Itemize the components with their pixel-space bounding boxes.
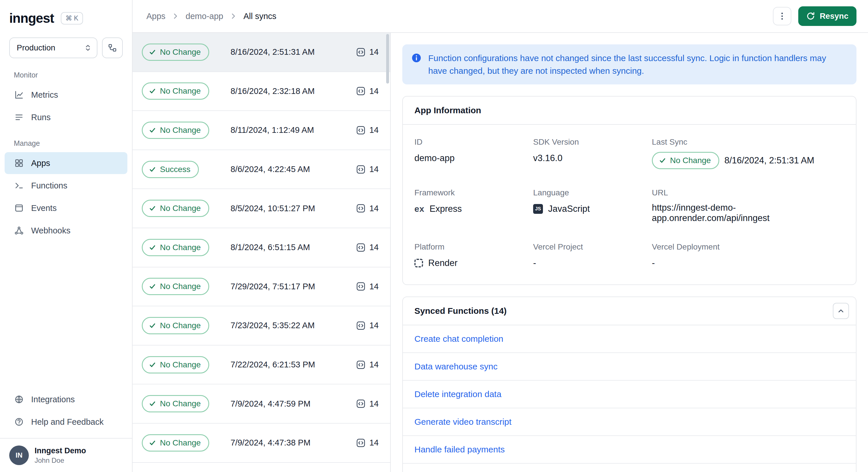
sync-status: No Change (142, 356, 230, 373)
resync-label: Resync (819, 11, 848, 21)
environments-icon (107, 43, 117, 53)
sync-list-item[interactable]: No Change8/11/2024, 1:12:49 AM14 (132, 111, 390, 150)
synced-functions-title: Synced Functions (14) (414, 306, 507, 316)
field-value: exExpress (414, 202, 533, 215)
field-label: Vercel Deployment (652, 242, 844, 252)
app-info-field-platform: PlatformRender (414, 242, 533, 270)
sidebar-item-functions[interactable]: Functions (5, 175, 127, 196)
sidebar-item-help-and-feedback[interactable]: Help and Feedback (5, 411, 127, 433)
code-icon (356, 126, 365, 135)
status-badge: No Change (142, 239, 209, 256)
function-link-generate-video-transcript[interactable]: Generate video transcript (403, 408, 856, 435)
check-icon (149, 439, 156, 446)
sync-status: Success (142, 161, 230, 178)
sidebar-item-events[interactable]: Events (5, 197, 127, 219)
sidebar-item-apps[interactable]: Apps (5, 152, 127, 174)
sync-list-item[interactable]: No Change7/23/2024, 5:35:22 AM14 (132, 306, 390, 346)
sync-list-item[interactable]: No Change8/1/2024, 6:51:15 AM14 (132, 228, 390, 268)
sync-count-value: 14 (369, 360, 379, 370)
status-badge-label: No Change (160, 126, 201, 135)
status-badge: No Change (142, 122, 209, 139)
status-badge-label: No Change (160, 399, 201, 408)
sync-function-count: 14 (356, 204, 379, 213)
runs-icon (14, 112, 24, 123)
sync-status: No Change (142, 395, 230, 412)
sync-list-item[interactable]: Success8/6/2024, 4:22:45 AM14 (132, 150, 390, 189)
sync-status: No Change (142, 43, 230, 61)
events-icon (14, 203, 24, 213)
sidebar-item-integrations[interactable]: Integrations (5, 388, 127, 410)
sidebar-spacer (0, 242, 132, 385)
field-value: No Change8/16/2024, 2:51:31 AM (652, 152, 844, 169)
sync-list: No Change8/16/2024, 2:51:31 AM14No Chang… (132, 33, 390, 472)
function-link-delete-integration-data[interactable]: Delete integration data (403, 380, 856, 408)
status-badge-label: No Change (160, 243, 201, 252)
function-link-create-chat-completion[interactable]: Create chat completion (403, 325, 856, 352)
breadcrumb-item-demo-app[interactable]: demo-app (186, 11, 223, 21)
sync-list-item[interactable]: No Change7/9/2024, 4:09:07 PM14 (132, 463, 390, 472)
field-value: Render (414, 257, 533, 270)
status-badge-label: No Change (160, 48, 201, 57)
sidebar: inngest ⌘ K Production MonitorMetricsRun… (0, 0, 132, 472)
more-options-button[interactable] (773, 7, 792, 25)
sidebar-item-runs[interactable]: Runs (5, 106, 127, 128)
sync-list-item[interactable]: No Change7/9/2024, 4:47:38 PM14 (132, 423, 390, 463)
check-icon (149, 400, 156, 407)
sync-function-count: 14 (356, 243, 379, 252)
status-badge: Success (142, 161, 199, 178)
sidebar-item-label: Runs (31, 113, 51, 122)
sync-list-item[interactable]: No Change7/22/2024, 6:21:53 PM14 (132, 346, 390, 385)
chevron-updown-icon (84, 43, 92, 52)
environment-select-value: Production (17, 43, 55, 53)
avatar: IN (9, 445, 29, 465)
code-icon (356, 399, 365, 408)
profile-text: Inngest Demo John Doe (35, 446, 86, 465)
sync-list-item[interactable]: No Change7/29/2024, 7:51:17 PM14 (132, 268, 390, 307)
help-icon (14, 417, 24, 427)
function-link-data-warehouse-sync[interactable]: Data warehouse sync (403, 352, 856, 380)
breadcrumb-item-apps[interactable]: Apps (146, 11, 165, 21)
environments-button[interactable] (102, 37, 123, 58)
function-link-handle-failed-payments[interactable]: Handle failed payments (403, 435, 856, 463)
sidebar-nav: MonitorMetricsRunsManageAppsFunctionsEve… (0, 61, 132, 242)
sync-list-pane: No Change8/16/2024, 2:51:31 AM14No Chang… (132, 33, 391, 472)
sidebar-item-metrics[interactable]: Metrics (5, 84, 127, 106)
app-info-field-sdk-version: SDK Versionv3.16.0 (533, 137, 652, 169)
sync-list-item[interactable]: No Change8/16/2024, 2:32:18 AM14 (132, 72, 390, 111)
status-badge: No Change (142, 83, 209, 100)
sidebar-item-label: Integrations (31, 395, 75, 404)
app-information-title: App Information (414, 105, 481, 115)
resync-button[interactable]: Resync (798, 6, 857, 26)
sync-list-item[interactable]: No Change8/5/2024, 10:51:27 PM14 (132, 189, 390, 228)
code-icon (356, 321, 365, 330)
status-badge: No Change (652, 152, 719, 169)
status-badge-label: No Change (160, 282, 201, 291)
nav-section-label: Monitor (0, 61, 132, 83)
sidebar-item-label: Metrics (31, 90, 58, 100)
collapse-button[interactable] (833, 303, 849, 319)
app-information-card: App Information IDdemo-appSDK Versionv3.… (402, 96, 857, 285)
sync-function-count: 14 (356, 87, 379, 96)
field-label: SDK Version (533, 137, 652, 147)
sync-status: No Change (142, 278, 230, 295)
status-badge-label: No Change (160, 204, 201, 213)
sync-timestamp: 7/29/2024, 7:51:17 PM (230, 282, 315, 291)
functions-icon (14, 180, 24, 191)
profile[interactable]: IN Inngest Demo John Doe (0, 438, 132, 472)
function-link-import-data-pipeline[interactable]: Import data pipeline (403, 463, 856, 472)
info-banner: Function configurations have not changed… (402, 44, 857, 85)
field-value: - (533, 257, 652, 270)
scrollbar-thumb[interactable] (386, 34, 389, 84)
status-badge-label: No Change (160, 87, 201, 96)
sync-count-value: 14 (369, 87, 379, 96)
integrations-icon (14, 394, 24, 405)
code-icon (356, 48, 365, 57)
status-badge-label: No Change (160, 360, 201, 370)
sidebar-item-webhooks[interactable]: Webhooks (5, 220, 127, 242)
sync-list-item[interactable]: No Change8/16/2024, 2:51:31 AM14 (132, 33, 390, 72)
sync-list-item[interactable]: No Change7/9/2024, 4:47:59 PM14 (132, 384, 390, 423)
sidebar-item-label: Webhooks (31, 226, 71, 235)
sync-function-count: 14 (356, 399, 379, 409)
environment-select[interactable]: Production (9, 37, 97, 58)
command-palette-shortcut[interactable]: ⌘ K (61, 12, 83, 25)
